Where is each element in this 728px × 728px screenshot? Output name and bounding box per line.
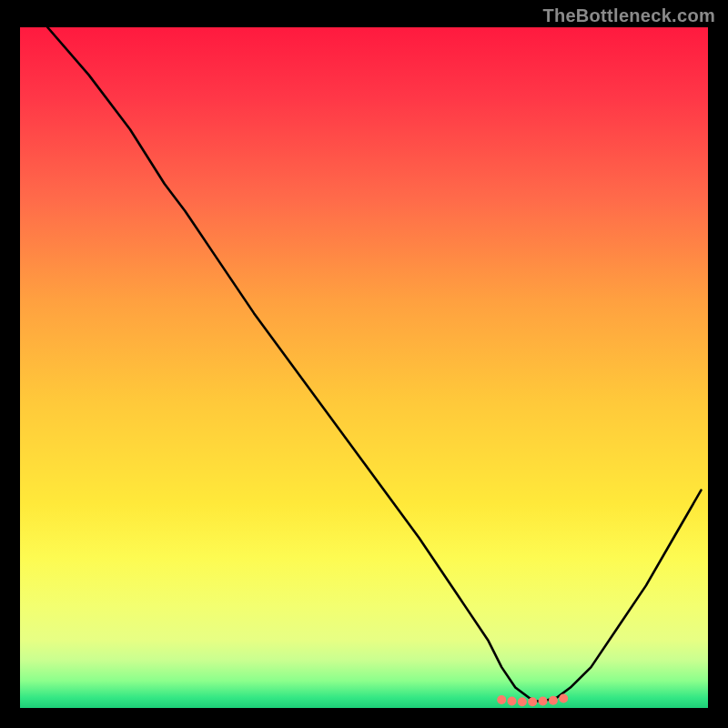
marker-dot [539,697,548,706]
marker-dot [518,697,527,706]
watermark-text: TheBottleneck.com [542,5,715,26]
marker-dot [508,697,517,706]
curve-svg [20,27,708,708]
curve-line [47,27,701,702]
marker-dot [528,697,537,706]
plot-area [20,27,708,708]
marker-dot [497,695,506,704]
marker-dot [559,694,568,703]
chart-frame: TheBottleneck.com [0,0,728,728]
marker-dot [549,696,558,705]
